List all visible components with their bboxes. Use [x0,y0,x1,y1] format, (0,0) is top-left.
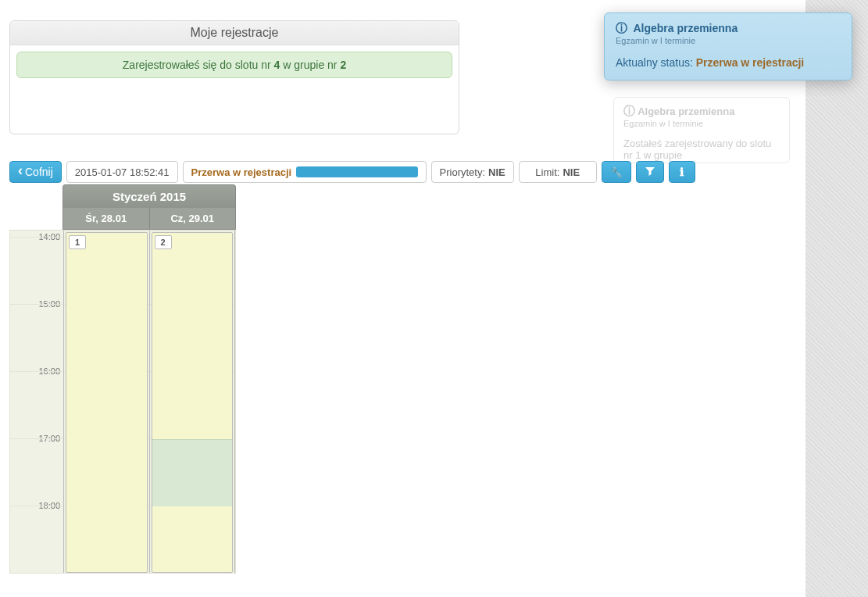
calendar-day-column[interactable]: 1 [63,231,149,573]
calendar-slot-number-badge: 2 [155,235,172,249]
registration-progress-bar [296,166,417,177]
right-texture-strip [805,0,868,597]
calendar-time-column: 14:0015:0016:0017:0018:00 [10,231,63,573]
side-panel-behind: Algebra przemienna Egzamin w I terminie … [613,97,790,163]
alert-prefix: Zarejestrowałeś się do slotu nr [123,59,274,71]
timestamp-value: 2015-01-07 18:52:41 [75,166,170,178]
notification-status-value: Przerwa w rejestracji [696,56,805,69]
back-button-label: Cofnij [25,166,53,178]
calendar-hour-separator [10,371,63,372]
notification-subtitle: Egzamin w I terminie [616,36,841,45]
alert-middle: w grupie nr [280,59,340,71]
calendar-hour-separator [10,438,63,439]
priorities-label: Priorytety: [440,166,486,178]
limit-label: Limit: [535,166,559,178]
calendar-slot-block[interactable]: 2 [152,232,234,573]
notification-title-text: Algebra przemienna [633,22,738,34]
ghost-title: Algebra przemienna [638,105,734,117]
info-button[interactable] [669,161,695,183]
calendar-slot-number-badge: 1 [69,235,86,249]
calendar-hour-separator [10,506,63,506]
calendar-day-header[interactable]: Śr, 28.01 [63,208,150,229]
limit-value: NIE [563,166,580,178]
settings-button[interactable] [602,161,631,183]
notification-card: Algebra przemienna Egzamin w I terminie … [604,13,852,80]
calendar: Styczeń 2015 Śr, 28.01Cz, 29.01 14:0015:… [9,184,236,574]
calendar-day-header-row: Śr, 28.01Cz, 29.01 [63,208,236,230]
limit-pill[interactable]: Limit: NIE [519,161,597,183]
registration-status-pill: Przerwa w rejestracji [183,161,427,183]
calendar-month-header: Styczeń 2015 [63,184,236,208]
ghost-subtitle: Egzamin w I terminie [623,119,780,128]
calendar-day-header[interactable]: Cz, 29.01 [150,208,236,229]
ghost-line: Zostałeś zarejestrowany do slotu nr 1 w … [623,138,780,161]
timestamp-pill[interactable]: 2015-01-07 18:52:41 [66,161,178,183]
filter-button[interactable] [636,161,664,183]
calendar-slot-registered[interactable] [152,439,233,506]
my-registrations-title: Moje rejestracje [10,21,459,45]
notification-title: Algebra przemienna [616,21,841,36]
calendar-body[interactable]: 14:0015:0016:0017:0018:00 12 [9,230,236,574]
alert-group-nr: 2 [340,59,346,71]
calendar-slot-block[interactable]: 1 [66,232,148,573]
priorities-pill[interactable]: Priorytety: NIE [431,161,514,183]
info-icon [616,22,627,34]
notification-status: Aktualny status: Przerwa w rejestracji [616,56,841,69]
calendar-hour-separator [10,304,63,305]
wrench-icon [610,166,623,178]
chevron-left-icon [18,166,23,178]
my-registrations-body[interactable]: Zarejestrowałeś się do slotu nr 4 w grup… [10,45,459,130]
notification-status-label: Aktualny status: [616,56,693,69]
calendar-day-columns: 12 [63,231,235,573]
back-button[interactable]: Cofnij [9,161,62,183]
funnel-icon [645,166,655,179]
calendar-hour-separator [10,237,63,238]
info-icon [680,166,684,178]
my-registrations-panel: Moje rejestracje Zarejestrowałeś się do … [9,20,459,134]
info-icon [623,105,635,117]
registration-success-alert: Zarejestrowałeś się do slotu nr 4 w grup… [16,52,452,78]
registration-status-text: Przerwa w rejestracji [191,166,292,178]
priorities-value: NIE [488,166,505,178]
calendar-toolbar: Cofnij 2015-01-07 18:52:41 Przerwa w rej… [9,161,695,183]
calendar-day-column[interactable]: 2 [149,231,236,573]
